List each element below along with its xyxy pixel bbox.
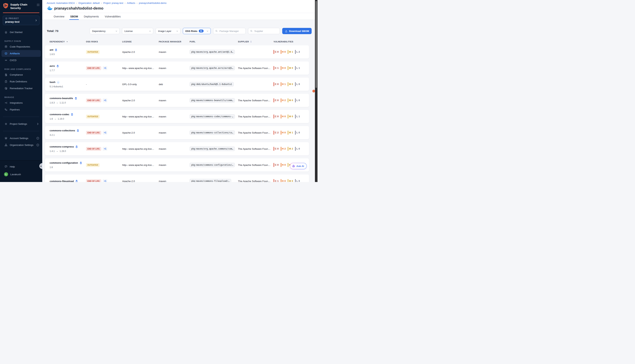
- purl-chip[interactable]: pkg:maven/commons-configuration/…: [190, 163, 235, 167]
- sidebar-item-get-started[interactable]: Get Started: [0, 29, 42, 36]
- license-cell: http---www.apache.org-lice…: [122, 110, 159, 123]
- column-header-oss-risks[interactable]: OSS RISKS: [86, 40, 122, 43]
- purl-chip[interactable]: pkg:maven/org.apache.ant/ant@1.6…: [190, 50, 235, 54]
- search-box-package-manager: [213, 28, 246, 34]
- tab-overview[interactable]: Overview: [53, 13, 65, 20]
- severity-bar-icon: [281, 179, 281, 182]
- column-header-package-manager[interactable]: PACKAGE MANAGER: [159, 40, 190, 43]
- purl-chip[interactable]: pkg:maven/commons-collections/co…: [190, 130, 235, 135]
- breadcrumb-link[interactable]: Organization: default: [78, 2, 100, 4]
- table-row[interactable]: avro1.7.7END OF LIFE+1http---www.apache.…: [45, 62, 309, 75]
- table-row[interactable]: commons-compress1.4.1→1.28.0END OF LIFE+…: [45, 142, 309, 156]
- vuln-high: H2: [281, 147, 286, 151]
- sidebar-item-organization-settings[interactable]: Organization Settings: [0, 142, 42, 148]
- purl-chip[interactable]: pkg:maven/commons-fileupload/…: [190, 179, 231, 182]
- table-row[interactable]: commons-collections3.2.1END OF LIFE+1Apa…: [45, 126, 309, 139]
- scrollbar-thumb[interactable]: [315, 1, 317, 88]
- sidebar-item-integrations[interactable]: Integrations: [0, 100, 42, 106]
- filter-dropdown-license[interactable]: License: [122, 28, 153, 34]
- tab-vulnerabilities[interactable]: Vulnerabilities: [104, 13, 121, 20]
- column-header-purl[interactable]: PURL: [190, 40, 238, 43]
- tab-sbom[interactable]: SBOM: [70, 13, 78, 20]
- severity-count: 1: [292, 131, 293, 134]
- image-layers-icon: [55, 48, 58, 51]
- package-manager-input[interactable]: [219, 30, 244, 33]
- license-value: http---www.apache.org-lice…: [122, 164, 154, 166]
- sidebar-item-account-settings[interactable]: Account Settings: [0, 135, 42, 142]
- purl-chip[interactable]: pkg:maven/commons-codec/commons-…: [190, 114, 235, 119]
- oss-risk-more-badge[interactable]: +1: [103, 179, 107, 182]
- column-header-vulnerabilities[interactable]: VULNERABILITIES: [274, 40, 309, 43]
- sidebar-item-remediation-tracker[interactable]: Remediation Tracker: [0, 85, 42, 92]
- table-row[interactable]: commons-codec1.6→1.19.0OUTDATEDhttp---ww…: [45, 110, 309, 123]
- oss-risk-more-badge[interactable]: +1: [103, 98, 107, 102]
- severity-letter: M: [289, 51, 291, 53]
- infinity-icon: [5, 59, 8, 62]
- user-name: Lavakush: [10, 173, 21, 176]
- user-menu[interactable]: L Lavakush: [0, 170, 42, 178]
- purl-chip[interactable]: pkg:maven/org.apache.avro/avro@1…: [190, 66, 235, 70]
- image-layers-icon: [76, 129, 79, 132]
- purl-cell: pkg:deb/ubuntu/bash@5.1-6ubuntu1: [190, 78, 238, 91]
- oss-risks-cell: -: [86, 78, 122, 91]
- sidebar-item-pipelines[interactable]: Pipelines: [0, 106, 42, 113]
- oss-risk-more-badge[interactable]: +1: [103, 66, 107, 70]
- license-cell: http---www.apache.org-lice…: [122, 158, 159, 172]
- page-header: Account: Automation-SSCA›Organization: d…: [42, 0, 317, 13]
- sidebar-item-rule-definitions[interactable]: Rule Definitions: [0, 78, 42, 85]
- severity-letter: L: [296, 67, 298, 69]
- sidebar-item-ci-cd[interactable]: CI/CD: [0, 57, 42, 64]
- sidebar-item-project-settings[interactable]: Project Settings: [0, 120, 42, 127]
- package-manager-cell: maven: [159, 158, 190, 172]
- sidebar-item-label: Integrations: [10, 102, 23, 104]
- ask-ai-button[interactable]: Ask AI: [290, 163, 307, 169]
- purl-chip[interactable]: pkg:maven/org.apache.commons/com…: [190, 146, 235, 151]
- filter-dropdown-dependency[interactable]: Dependency: [90, 28, 120, 34]
- module-grid-icon[interactable]: [37, 3, 40, 6]
- severity-count: 0: [284, 67, 286, 69]
- download-sbom-button[interactable]: Download SBOM: [282, 28, 312, 34]
- severity-count: 0: [299, 99, 300, 102]
- oss-risk-more-badge[interactable]: +1: [103, 131, 107, 135]
- filter-dropdown-image-layer[interactable]: Image Layer: [156, 28, 180, 34]
- supplier-cell: The Apache Software Foun…: [238, 62, 274, 75]
- severity-bar-icon: [295, 179, 296, 182]
- supplier-input[interactable]: [254, 30, 278, 33]
- oss-risk-more-badge[interactable]: +1: [103, 147, 107, 151]
- purl-chip[interactable]: pkg:maven/commons-beanutils/comm…: [190, 98, 235, 102]
- sidebar-item-artifacts[interactable]: Artifacts: [2, 50, 41, 57]
- breadcrumb-link[interactable]: Artifacts: [127, 2, 135, 4]
- table-row[interactable]: commons-beanutils1.8.3→1.11.0END OF LIFE…: [45, 94, 309, 107]
- notification-dot[interactable]: [312, 90, 315, 92]
- project-selector[interactable]: PROJECT pranay-test: [3, 16, 40, 25]
- sidebar-item-code-repositories[interactable]: Code Repositories: [0, 43, 42, 50]
- column-header-supplier[interactable]: SUPPLIER: [238, 40, 274, 43]
- dependency-name: ant: [50, 48, 53, 51]
- purl-chip[interactable]: pkg:deb/ubuntu/bash@5.1-6ubuntu1: [190, 82, 234, 86]
- table-row[interactable]: commons-fileuploadEND OF LIFE+1Apache-2.…: [45, 174, 309, 182]
- table-row[interactable]: bash5.1-6ubuntu1-GPL-3.0-onlydebpkg:deb/…: [45, 78, 309, 91]
- filter-dropdown-oss-risks[interactable]: OSS Risks01: [183, 28, 211, 34]
- severity-letter: H: [282, 180, 284, 182]
- help-chat-icon: ?: [5, 165, 8, 168]
- severity-letter: H: [282, 131, 284, 134]
- table-row[interactable]: ant1.6.5OUTDATEDApache-2.0mavenpkg:maven…: [45, 45, 309, 58]
- severity-letter: L: [296, 115, 298, 118]
- help-button[interactable]: ? Help: [0, 163, 42, 170]
- tab-deployments[interactable]: Deployments: [83, 13, 99, 20]
- column-header-dependency[interactable]: DEPENDENCY: [50, 40, 86, 43]
- severity-letter: C: [275, 83, 277, 86]
- table-row[interactable]: commons-configuration1.6OUTDATEDhttp---w…: [45, 158, 309, 172]
- breadcrumb-link[interactable]: Project: pranay-test: [103, 2, 123, 4]
- severity-count: 0: [284, 115, 286, 118]
- breadcrumb-link[interactable]: pranaycshah/todolist-demo: [139, 2, 166, 4]
- column-header-license[interactable]: LICENSE: [122, 40, 159, 43]
- dependency-name: avro: [50, 64, 55, 67]
- severity-letter: L: [296, 180, 298, 182]
- scrollbar[interactable]: [315, 0, 317, 182]
- sidebar-item-compliance[interactable]: Compliance: [0, 71, 42, 78]
- severity-letter: H: [282, 51, 284, 53]
- severity-letter: L: [296, 148, 298, 150]
- breadcrumb-link[interactable]: Account: Automation-SSCA: [47, 2, 75, 4]
- package-manager-value: maven: [159, 164, 166, 166]
